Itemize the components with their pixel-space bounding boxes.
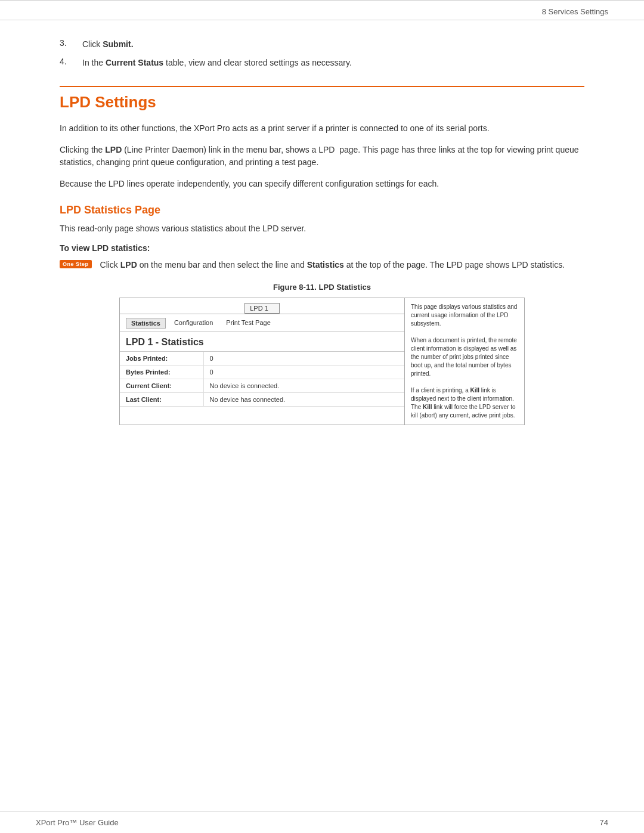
sidebar-text: This page displays various statistics an… (411, 303, 518, 420)
figure-caption: Figure 8-11. LPD Statistics (60, 283, 584, 292)
table-row: Current Client: No device is connected. (120, 379, 404, 393)
screenshot-main: LPD 1 Statistics Configuration Print Tes… (120, 298, 405, 425)
lpd-settings-para3: Because the LPD lines operate independen… (60, 178, 584, 191)
footer-right: 74 (600, 818, 608, 827)
onestep-statistics-bold: Statistics (307, 260, 344, 270)
lpd-settings-para1: In addition to its other functions, the … (60, 122, 584, 135)
step-4: 4. In the Current Status table, view and… (60, 57, 584, 69)
print-test-page-tab[interactable]: Print Test Page (221, 318, 275, 329)
step-4-number: 4. (60, 57, 78, 69)
bytes-printed-label: Bytes Printed: (120, 366, 203, 379)
kill-bold: Kill (470, 387, 480, 394)
lpd-stats-heading: LPD 1 - Statistics (120, 332, 404, 352)
procedure-label: To view LPD statistics: (60, 243, 584, 253)
page-footer: XPort Pro™ User Guide 74 (0, 812, 644, 833)
lpd-statistics-page-para: This read-only page shows various statis… (60, 222, 584, 236)
step-3-text: Click Submit. (82, 38, 134, 51)
current-client-label: Current Client: (120, 379, 203, 393)
lpd-statistics-page-heading: LPD Statistics Page (60, 204, 584, 216)
stats-table: Jobs Printed: 0 Bytes Printed: 0 Current… (120, 352, 404, 407)
jobs-printed-label: Jobs Printed: (120, 352, 203, 366)
current-client-value: No device is connected. (203, 379, 404, 393)
step-3-bold: Submit. (103, 39, 133, 49)
kill-bold2: Kill (423, 404, 432, 410)
step-4-bold: Current Status (106, 58, 163, 67)
last-client-label: Last Client: (120, 393, 203, 407)
lpd-settings-para2: Clicking the LPD (Line Printer Daemon) l… (60, 144, 584, 169)
step-3-number: 3. (60, 38, 78, 51)
jobs-printed-value: 0 (203, 352, 404, 366)
tab-row: Statistics Configuration Print Test Page (120, 314, 404, 332)
step-3: 3. Click Submit. (60, 38, 584, 51)
footer-left: XPort Pro™ User Guide (36, 818, 119, 827)
lpd-bold: LPD (105, 145, 122, 154)
table-row: Jobs Printed: 0 (120, 352, 404, 366)
page-container: 8 Services Settings 3. Click Submit. 4. … (0, 0, 644, 833)
screenshot-sidebar: This page displays various statistics an… (405, 298, 524, 425)
configuration-tab[interactable]: Configuration (169, 318, 218, 329)
onestep-badge: One Step (60, 260, 92, 268)
statistics-tab[interactable]: Statistics (126, 318, 166, 329)
lpd-selector-bar: LPD 1 (120, 298, 404, 314)
page-header: 8 Services Settings (0, 1, 644, 20)
page-header-title: 8 Services Settings (542, 7, 608, 16)
lpd-selector-button[interactable]: LPD 1 (244, 303, 280, 314)
last-client-value: No device has connected. (203, 393, 404, 407)
lpd-settings-heading: LPD Settings (60, 86, 584, 112)
onestep-text: Click LPD on the menu bar and then selec… (100, 259, 565, 272)
table-row: Bytes Printed: 0 (120, 366, 404, 379)
screenshot-container: LPD 1 Statistics Configuration Print Tes… (119, 298, 525, 425)
onestep-row: One Step Click LPD on the menu bar and t… (60, 259, 584, 272)
step-4-text: In the Current Status table, view and cl… (82, 57, 352, 69)
main-content: 3. Click Submit. 4. In the Current Statu… (0, 20, 644, 473)
onestep-lpd-bold: LPD (120, 260, 137, 270)
table-row: Last Client: No device has connected. (120, 393, 404, 407)
bytes-printed-value: 0 (203, 366, 404, 379)
